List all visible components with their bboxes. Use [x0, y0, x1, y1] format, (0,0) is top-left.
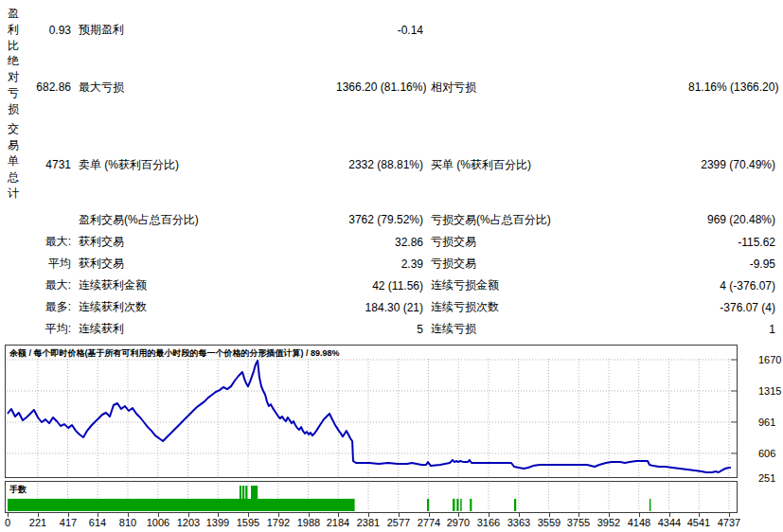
stat-label: 连续获利 — [71, 321, 336, 337]
stat-value: -115.62 — [688, 236, 775, 249]
stat-prefix: 0.93 — [28, 24, 71, 37]
stat-value: 81.16% (1366.20) — [688, 80, 775, 94]
stat-label: 预期盈利 — [71, 22, 336, 38]
y-axis-tick-label: 251 — [758, 472, 775, 484]
stat-label: 获利交易 — [71, 256, 336, 272]
stat-label: 连续亏损次数 — [423, 299, 688, 315]
stats-row: 平均:连续获利5连续亏损1 — [8, 318, 775, 340]
lots-chart-label: 手数 — [9, 484, 27, 496]
stat-prefix: 平均 — [28, 256, 71, 272]
stat-label: 最大亏损 — [71, 80, 336, 96]
stat-value: 1366.20 (81.16%) — [336, 80, 423, 94]
stat-prefix: 最多: — [28, 299, 71, 315]
stats-row: 交易单总计4731卖单 (%获利百分比)2332 (88.81%)买单 (%获利… — [8, 121, 775, 208]
stat-group-label: 盈利比 — [8, 6, 23, 54]
stats-row: 盈利交易(%占总百分比)3762 (79.52%)亏损交易(%占总百分比)969… — [8, 208, 775, 231]
stat-prefix: 最大: — [28, 234, 71, 250]
stat-label: 连续亏损金额 — [423, 277, 688, 293]
stats-row: 最大:获利交易32.86亏损交易-115.62 — [8, 231, 775, 253]
stat-value: 2332 (88.81%) — [336, 158, 423, 171]
y-axis-tick-label: 961 — [758, 417, 775, 428]
stat-prefix: 最大: — [28, 277, 71, 293]
stat-value: 2.39 — [336, 257, 423, 271]
stat-label: 盈利交易(%占总百分比) — [71, 212, 336, 228]
stat-label: 连续亏损 — [423, 321, 688, 337]
stats-row: 盈利比0.93预期盈利-0.14 — [8, 6, 775, 53]
stat-value: 42 (11.56) — [336, 279, 423, 293]
stat-label: 连续获利金额 — [71, 277, 336, 293]
stat-value: 5 — [336, 323, 423, 336]
stats-table: 盈利比0.93预期盈利-0.14绝对亏损682.86最大亏损1366.20 (8… — [0, 0, 783, 340]
stat-value: 2399 (70.49%) — [688, 158, 775, 171]
stat-label: 获利交易 — [71, 234, 336, 250]
stats-row: 平均获利交易2.39亏损交易-9.95 — [8, 253, 775, 275]
x-axis-tick-label: 4737 — [708, 517, 750, 528]
stat-prefix: 4731 — [28, 158, 71, 171]
stat-label: 亏损交易 — [423, 234, 688, 250]
stat-value: 32.86 — [336, 236, 423, 249]
lots-bars-svg — [6, 482, 737, 512]
stats-row: 绝对亏损682.86最大亏损1366.20 (81.16%)相对亏损81.16%… — [8, 53, 775, 121]
stat-value: -9.95 — [688, 257, 775, 271]
balance-chart-title: 余额 / 每个即时价格(基于所有可利用的最小时段的每一个价格的分形插值计算) /… — [9, 347, 340, 360]
balance-chart[interactable]: 余额 / 每个即时价格(基于所有可利用的最小时段的每一个价格的分形插值计算) /… — [5, 345, 738, 478]
stat-group-label: 绝对亏损 — [8, 53, 23, 117]
stats-row: 最大:连续获利金额42 (11.56)连续亏损金额4 (-376.07) — [8, 275, 775, 296]
stat-value: 969 (20.48%) — [688, 213, 775, 226]
stat-prefix: 682.86 — [28, 80, 71, 94]
stat-label: 亏损交易(%占总百分比) — [423, 212, 688, 228]
stat-label: 卖单 (%获利百分比) — [71, 157, 336, 173]
y-axis-tick-label: 1670 — [758, 354, 781, 365]
lots-chart[interactable]: 手数 — [5, 481, 738, 513]
stat-label: 亏损交易 — [423, 256, 688, 272]
stat-label: 相对亏损 — [423, 80, 688, 96]
stat-label: 连续获利次数 — [71, 299, 336, 315]
stat-value: 4 (-376.07) — [688, 279, 775, 293]
strategy-tester-report: 盈利比0.93预期盈利-0.14绝对亏损682.86最大亏损1366.20 (8… — [0, 0, 783, 340]
y-axis-tick-label: 1315 — [758, 385, 781, 397]
stat-value: -0.14 — [336, 24, 423, 37]
balance-curve-svg — [6, 346, 737, 477]
stat-value: 184.30 (21) — [336, 301, 423, 314]
stat-group-label: 交易单总计 — [8, 121, 23, 202]
stat-value: 3762 (79.52%) — [336, 213, 423, 226]
stat-prefix: 平均: — [28, 321, 71, 337]
stat-value: 1 — [688, 323, 775, 336]
stat-value: -376.07 (4) — [688, 301, 775, 314]
y-axis-tick-label: 606 — [758, 448, 775, 459]
stat-label: 买单 (%获利百分比) — [423, 157, 688, 173]
stats-row: 最多:连续获利次数184.30 (21)连续亏损次数-376.07 (4) — [8, 296, 775, 318]
